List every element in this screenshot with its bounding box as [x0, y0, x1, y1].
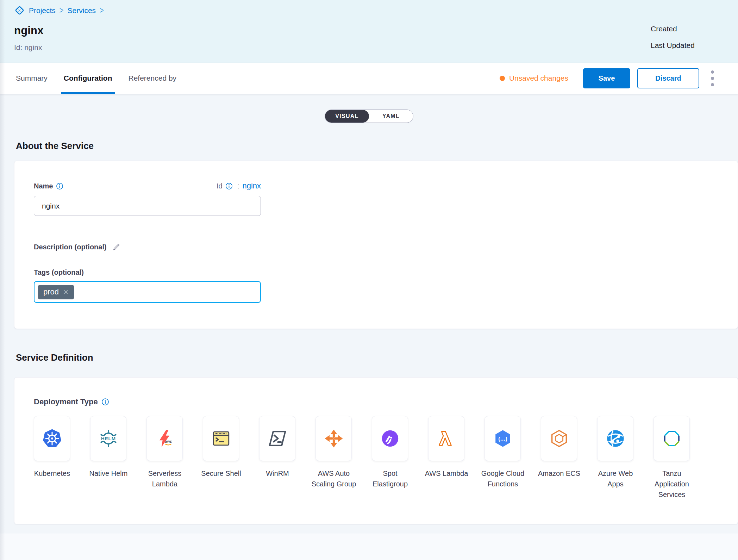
name-field-label: Name — [34, 182, 63, 190]
save-button[interactable]: Save — [583, 68, 630, 88]
info-icon[interactable] — [56, 182, 63, 190]
serverless-lambda-icon: aws — [155, 428, 175, 449]
deployment-type-label: Native Helm — [85, 468, 132, 479]
deployment-type-row: KubernetesHELMNative HelmawsServerless L… — [34, 416, 738, 500]
deployment-type-item: WinRM — [259, 416, 295, 500]
unsaved-dot-icon — [500, 76, 505, 81]
remove-tag-icon[interactable]: ✕ — [63, 289, 69, 295]
native-helm-icon: HELM — [98, 428, 119, 449]
tabs: Summary Configuration Referenced by — [16, 63, 176, 94]
google-cloud-functions-icon: (…) — [493, 428, 513, 449]
deployment-type-item: AWS Lambda — [428, 416, 464, 500]
deployment-type-item: HELMNative Helm — [90, 416, 126, 500]
deployment-type-item: AWS Auto Scaling Group — [315, 416, 352, 500]
created-label: Created — [651, 25, 695, 33]
deployment-type-card-winrm[interactable] — [259, 416, 295, 461]
tab-summary[interactable]: Summary — [16, 63, 48, 94]
deployment-type-item: (…)Google Cloud Functions — [484, 416, 521, 500]
edit-pencil-icon[interactable] — [112, 243, 121, 251]
deployment-type-heading: Deployment Type — [34, 397, 738, 406]
service-id-text: Id: nginx — [14, 43, 738, 52]
tab-bar: Summary Configuration Referenced by Unsa… — [0, 63, 738, 94]
deployment-type-card-aws-lambda[interactable] — [428, 416, 464, 461]
breadcrumb-separator-icon: > — [100, 5, 104, 15]
breadcrumb-link-services[interactable]: Services — [68, 6, 96, 15]
toggle-yaml[interactable]: YAML — [369, 110, 413, 123]
name-input[interactable] — [34, 196, 261, 216]
deployment-type-item: Azure Web Apps — [597, 416, 633, 500]
last-updated-label: Last Updated — [651, 41, 695, 50]
spot-elastigroup-icon — [380, 428, 400, 449]
entity-id-group: Id : nginx — [217, 181, 261, 191]
azure-web-apps-icon — [605, 428, 626, 449]
tab-referenced-by[interactable]: Referenced by — [129, 63, 177, 94]
tag-chip: prod✕ — [38, 285, 74, 299]
name-label-text: Name — [34, 182, 53, 190]
aws-lambda-icon — [436, 428, 457, 449]
id-label-text: Id — [217, 182, 223, 190]
tag-text: prod — [43, 287, 59, 297]
deployment-type-label-text: Deployment Type — [34, 397, 98, 406]
header-meta: Created Last Updated — [651, 25, 695, 50]
service-title: nginx — [14, 24, 738, 37]
breadcrumb-separator-icon: > — [60, 5, 64, 15]
about-service-card: Name Id : nginx Description (optional) — [14, 161, 738, 329]
info-icon[interactable] — [101, 398, 109, 406]
service-definition-heading: Service Definition — [16, 352, 738, 363]
deployment-type-item: Amazon ECS — [541, 416, 577, 500]
deployment-type-label: Google Cloud Functions — [479, 468, 526, 489]
deployment-type-label: Azure Web Apps — [592, 468, 639, 489]
kebab-menu-icon[interactable] — [708, 68, 716, 88]
winrm-icon — [267, 428, 288, 449]
breadcrumb: Projects>Services> — [14, 5, 738, 16]
deployment-type-label: Spot Elastigroup — [367, 468, 414, 489]
deployment-type-item: Kubernetes — [34, 416, 70, 500]
deployment-type-card-tanzu-application-services[interactable] — [653, 416, 690, 461]
deployment-type-card-serverless-lambda[interactable]: aws — [146, 416, 183, 461]
deployment-type-card-secure-shell[interactable] — [203, 416, 239, 461]
svg-text:HELM: HELM — [101, 436, 115, 441]
kubernetes-icon — [42, 428, 62, 449]
secure-shell-icon — [211, 428, 231, 449]
id-value-link[interactable]: nginx — [242, 181, 261, 191]
projects-grid-icon — [14, 5, 25, 16]
tags-input[interactable]: prod✕ — [34, 281, 261, 303]
description-label-text: Description (optional) — [34, 243, 107, 251]
unsaved-changes-indicator: Unsaved changes — [500, 74, 568, 82]
deployment-type-card-amazon-ecs[interactable] — [541, 416, 577, 461]
svg-text:aws: aws — [165, 439, 172, 443]
deployment-type-label: AWS Lambda — [423, 468, 470, 479]
page-content: VISUAL YAML About the Service Name Id : … — [0, 94, 738, 560]
deployment-type-card-kubernetes[interactable] — [34, 416, 70, 461]
deployment-type-label: Kubernetes — [29, 468, 76, 479]
info-icon[interactable] — [225, 182, 233, 190]
deployment-type-label: Secure Shell — [198, 468, 245, 479]
deployment-type-card-aws-auto-scaling-group[interactable] — [315, 416, 352, 461]
deployment-type-card-native-helm[interactable]: HELM — [90, 416, 126, 461]
deployment-type-item: Secure Shell — [203, 416, 239, 500]
toggle-visual[interactable]: VISUAL — [325, 110, 369, 123]
deployment-type-card-spot-elastigroup[interactable] — [372, 416, 408, 461]
deployment-type-item: awsServerless Lambda — [146, 416, 183, 500]
deployment-type-card-google-cloud-functions[interactable]: (…) — [484, 416, 521, 461]
deployment-type-label: Amazon ECS — [536, 468, 583, 479]
tags-label: Tags (optional) — [34, 268, 718, 276]
tanzu-icon — [662, 428, 682, 449]
description-label: Description (optional) — [34, 243, 718, 251]
deployment-type-item: Tanzu Application Services — [653, 416, 690, 500]
svg-text:(…): (…) — [498, 436, 507, 442]
breadcrumb-link-projects[interactable]: Projects — [29, 6, 56, 15]
service-definition-card: Deployment Type KubernetesHELMNative Hel… — [14, 377, 738, 524]
tab-configuration[interactable]: Configuration — [64, 63, 112, 94]
deployment-type-card-azure-web-apps[interactable] — [597, 416, 633, 461]
deployment-type-item: Spot Elastigroup — [372, 416, 408, 500]
page-header: Projects>Services> nginx Id: nginx Creat… — [0, 0, 738, 63]
id-separator: : — [238, 182, 240, 190]
deployment-type-label: WinRM — [254, 468, 301, 479]
tab-actions: Unsaved changes Save Discard — [500, 68, 716, 88]
amazon-ecs-icon — [549, 428, 569, 449]
breadcrumb-items: Projects>Services> — [29, 6, 104, 15]
discard-button[interactable]: Discard — [637, 68, 699, 88]
tags-label-text: Tags (optional) — [34, 268, 84, 276]
deployment-type-label: Tanzu Application Services — [648, 468, 695, 500]
